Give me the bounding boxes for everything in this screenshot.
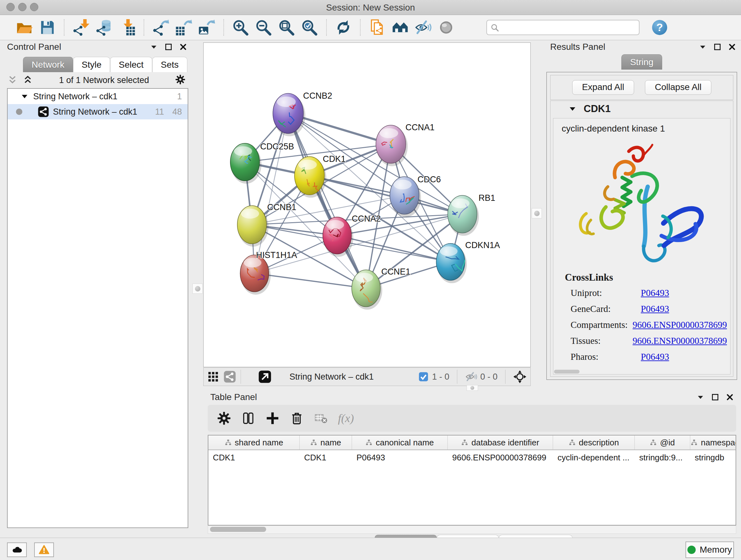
- grid-view-icon[interactable]: [207, 371, 219, 382]
- clone-network-button[interactable]: [368, 19, 386, 36]
- zoom-fit-content-button[interactable]: [278, 19, 295, 36]
- collection-disclosure-icon[interactable]: [20, 92, 29, 101]
- crosslink-link[interactable]: P06493: [641, 352, 669, 362]
- panel-menu-icon[interactable]: [150, 43, 158, 51]
- node-HIST1H1A[interactable]: HIST1H1A: [240, 250, 297, 295]
- network-collection-row[interactable]: String Network – cdk1 1: [8, 89, 188, 104]
- network-options-gear-icon[interactable]: [175, 74, 186, 86]
- float-panel-icon[interactable]: [165, 43, 172, 51]
- hidden-eye-icon[interactable]: [465, 371, 477, 383]
- open-session-button[interactable]: [16, 19, 33, 36]
- left-splitter-handle[interactable]: [192, 284, 203, 294]
- table-horizontal-scrollbar[interactable]: [208, 525, 736, 534]
- refresh-view-button[interactable]: [335, 19, 352, 36]
- node-CCNB2[interactable]: CCNB2: [273, 91, 332, 136]
- delete-table-icon[interactable]: [314, 411, 328, 426]
- export-network-button[interactable]: [152, 19, 170, 36]
- node-CDKN1A[interactable]: CDKN1A: [436, 240, 500, 283]
- table-row[interactable]: CDK1CDK1P064939606.ENSP00000378699cyclin…: [208, 450, 736, 465]
- column-header-namespace[interactable]: namespace: [690, 435, 736, 449]
- help-button[interactable]: ?: [651, 19, 668, 36]
- column-header-shared-name[interactable]: shared name: [208, 435, 300, 449]
- import-table-from-file-button[interactable]: [118, 19, 136, 36]
- node-table[interactable]: shared namenamecanonical namedatabase id…: [208, 435, 736, 525]
- export-table-button[interactable]: [175, 19, 192, 36]
- table-cell[interactable]: P06493: [352, 453, 448, 462]
- results-horizontal-scrollbar[interactable]: [554, 370, 580, 374]
- expand-all-button[interactable]: Expand All: [572, 80, 634, 95]
- crosslink-link[interactable]: 9606.ENSP00000378699: [632, 320, 727, 330]
- scrollbar-thumb[interactable]: [210, 527, 266, 532]
- save-session-button[interactable]: [39, 19, 56, 36]
- zoom-selected-region-button[interactable]: [301, 19, 318, 36]
- panel-menu-icon[interactable]: [699, 43, 706, 51]
- column-header-name[interactable]: name: [300, 435, 352, 449]
- node-CDC6[interactable]: CDC6: [390, 175, 441, 217]
- column-header-id[interactable]: @id: [635, 435, 690, 449]
- search-input[interactable]: [486, 20, 639, 35]
- collapse-all-icon[interactable]: [7, 75, 18, 85]
- tab-network[interactable]: Network: [23, 57, 73, 72]
- import-network-from-database-button[interactable]: [95, 19, 113, 36]
- close-panel-icon[interactable]: [728, 43, 736, 51]
- column-header-database-identifier[interactable]: database identifier: [448, 435, 553, 449]
- node-CCNE1[interactable]: CCNE1: [352, 267, 410, 310]
- crosslink-link[interactable]: 9606.ENSP00000378699: [632, 335, 727, 346]
- table-cell[interactable]: CDK1: [208, 453, 300, 462]
- panel-menu-icon[interactable]: [697, 393, 704, 401]
- network-share-icon[interactable]: [223, 370, 236, 383]
- zoom-out-button[interactable]: [255, 19, 272, 36]
- crosslink-link[interactable]: P06493: [641, 304, 669, 314]
- tab-sets[interactable]: Sets: [152, 57, 187, 72]
- expand-all-icon[interactable]: [22, 75, 33, 85]
- float-panel-icon[interactable]: [714, 43, 721, 51]
- right-splitter-handle[interactable]: [532, 208, 542, 219]
- warnings-button[interactable]: [34, 543, 54, 557]
- show-columns-icon[interactable]: [241, 411, 256, 426]
- gene-disclosure-icon[interactable]: [568, 105, 577, 113]
- memory-button[interactable]: Memory: [685, 542, 734, 558]
- float-panel-icon[interactable]: [711, 393, 719, 401]
- edge-CCNE1-HIST1H1A[interactable]: [254, 273, 366, 288]
- node-CCNB1[interactable]: CCNB1: [238, 202, 296, 247]
- tab-select[interactable]: Select: [110, 57, 152, 72]
- table-cell[interactable]: CDK1: [300, 453, 352, 462]
- hide-selected-button[interactable]: [414, 19, 432, 36]
- edge-CCNB2-HIST1H1A[interactable]: [254, 113, 288, 273]
- crosslink-link[interactable]: P06493: [641, 288, 669, 298]
- close-panel-icon[interactable]: [179, 43, 187, 51]
- tab-style[interactable]: Style: [73, 57, 110, 72]
- gene-section-header[interactable]: CDK1: [550, 101, 733, 117]
- node-CDC25B[interactable]: CDC25B: [230, 142, 294, 184]
- edge-CCNB2-CCNE1[interactable]: [288, 113, 366, 288]
- table-cell[interactable]: stringdb:9...: [635, 453, 690, 462]
- node-CDK1[interactable]: CDK1: [294, 154, 346, 198]
- table-cell[interactable]: stringdb: [690, 453, 736, 462]
- horizontal-splitter-handle[interactable]: [467, 385, 478, 391]
- collapse-all-button[interactable]: Collapse All: [645, 80, 711, 95]
- function-builder-icon[interactable]: f(x): [338, 412, 354, 425]
- network-canvas[interactable]: CCNB2CCNA1CDC25BCDK1CDC6RB1CCNB1CCNA2CDK…: [203, 43, 531, 367]
- node-CCNA1[interactable]: CCNA1: [376, 123, 434, 166]
- zoom-in-button[interactable]: [232, 19, 249, 36]
- tab-string[interactable]: String: [621, 54, 662, 70]
- delete-column-icon[interactable]: [289, 411, 304, 426]
- export-image-button[interactable]: [198, 19, 215, 36]
- add-column-icon[interactable]: [265, 411, 280, 426]
- show-all-button[interactable]: [437, 19, 455, 36]
- navigator-crosshair-icon[interactable]: [513, 370, 527, 383]
- table-settings-gear-icon[interactable]: [217, 411, 231, 426]
- node-RB1[interactable]: RB1: [448, 193, 495, 236]
- column-header-canonical-name[interactable]: canonical name: [352, 435, 448, 449]
- close-panel-icon[interactable]: [726, 393, 734, 401]
- network-row[interactable]: String Network – cdk1 11 48: [8, 104, 188, 119]
- edge-CCNA2-CDKN1A[interactable]: [337, 236, 451, 262]
- column-header-description[interactable]: description: [553, 435, 635, 449]
- open-in-window-icon[interactable]: [258, 370, 272, 383]
- table-cell[interactable]: cyclin-dependent ...: [553, 453, 635, 462]
- first-neighbors-button[interactable]: [392, 19, 409, 36]
- cloud-button[interactable]: [7, 543, 27, 557]
- table-cell[interactable]: 9606.ENSP00000378699: [448, 453, 553, 462]
- selected-checkbox-icon[interactable]: [418, 371, 429, 382]
- import-network-from-file-button[interactable]: [72, 19, 90, 36]
